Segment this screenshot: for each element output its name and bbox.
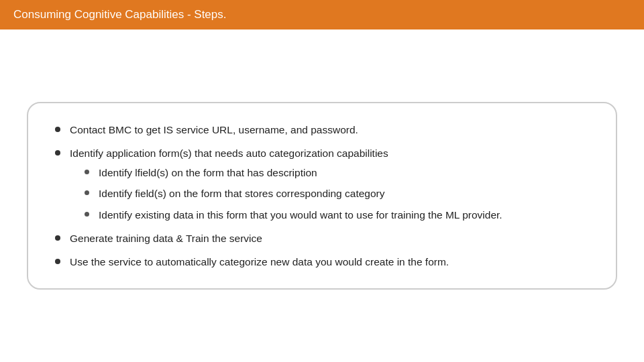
item-text: Contact BMC to get IS service URL, usern… (70, 122, 589, 137)
content-area: Contact BMC to get IS service URL, usern… (0, 29, 644, 362)
subitem-text: Identify field(s) on the form that store… (99, 186, 502, 201)
subitem-text: Identify existing data in this form that… (99, 207, 502, 223)
item-text: Use the service to automatically categor… (70, 254, 589, 269)
bullet-icon (85, 190, 89, 195)
bullet-icon (85, 212, 89, 217)
list-item: Use the service to automatically categor… (55, 254, 589, 269)
page-wrapper: Consuming Cognitive Capabilities - Steps… (0, 0, 644, 362)
bullet-icon (55, 127, 60, 132)
content-card: Contact BMC to get IS service URL, usern… (27, 102, 617, 290)
subitem-text: Identify lfield(s) on the form that has … (99, 165, 502, 180)
item-text: Identify application form(s) that needs … (70, 145, 388, 161)
list-item: Identify application form(s) that needs … (55, 145, 589, 223)
bullet-icon (55, 235, 60, 241)
header-bar: Consuming Cognitive Capabilities - Steps… (0, 0, 644, 29)
list-item: Identify lfield(s) on the form that has … (85, 165, 502, 180)
list-item: Identify field(s) on the form that store… (85, 186, 502, 201)
bullet-icon (55, 259, 60, 264)
list-item: Identify existing data in this form that… (85, 207, 502, 223)
bullet-icon (85, 170, 89, 174)
page-title: Consuming Cognitive Capabilities - Steps… (13, 8, 227, 21)
list-item: Generate training data & Train the servi… (55, 231, 589, 246)
item-text: Generate training data & Train the servi… (70, 231, 589, 246)
list-item: Contact BMC to get IS service URL, usern… (55, 122, 589, 137)
bullet-icon (55, 150, 60, 156)
sub-list: Identify lfield(s) on the form that has … (85, 165, 502, 223)
main-list: Contact BMC to get IS service URL, usern… (55, 122, 589, 270)
